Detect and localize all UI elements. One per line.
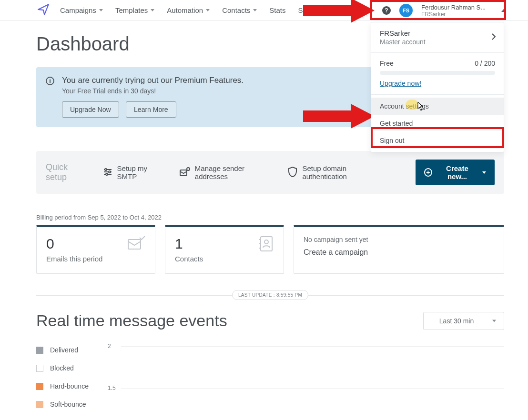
nav-automation[interactable]: Automation — [167, 6, 210, 14]
legend-blocked[interactable]: Blocked — [36, 364, 89, 372]
campaign-card: No campaign sent yet Create a campaign — [294, 225, 504, 274]
dropdown-account-row[interactable]: FRSarker Master account — [371, 22, 504, 53]
chevron-down-icon — [482, 171, 486, 174]
menu-get-started[interactable]: Get started — [371, 115, 504, 132]
plus-circle-icon: + — [424, 168, 432, 177]
brand-logo-icon[interactable] — [37, 3, 50, 18]
chevron-right-icon — [491, 33, 496, 42]
time-range-value: Last 30 min — [439, 317, 474, 325]
user-dropdown: FRSarker Master account Free 0 / 200 Upg… — [371, 22, 504, 152]
last-update-pill: LAST UPDATE : 8:59:55 PM — [232, 290, 308, 300]
menu-sign-out[interactable]: Sign out — [371, 132, 504, 149]
realtime-chart: 2 1.5 — [108, 343, 504, 420]
svg-point-6 — [106, 173, 108, 175]
swatch-icon — [36, 347, 43, 354]
contacts-card: 1 Contacts — [165, 225, 284, 274]
plan-usage-bar — [380, 71, 495, 75]
billing-period-text: Billing period from Sep 5, 2022 to Oct 4… — [36, 214, 504, 221]
learn-more-button[interactable]: Learn More — [126, 101, 176, 118]
realtime-title: Real time message events — [36, 311, 227, 330]
emails-card: 0 Emails this period — [36, 225, 155, 274]
stat-cards: 0 Emails this period 1 Contacts No campa… — [36, 225, 504, 274]
user-menu-trigger[interactable]: Ferdousur Rahman S... FRSarker — [421, 4, 493, 18]
swatch-icon — [36, 401, 43, 408]
qs-item-label: Manage sender addresses — [195, 164, 274, 180]
user-subtitle: FRSarker — [421, 11, 493, 18]
menu-item-label: Account settings — [380, 102, 429, 110]
sliders-icon — [103, 168, 112, 178]
banner-subtitle: Your Free Trial ends in 30 days! — [62, 87, 244, 95]
swatch-icon — [36, 383, 43, 390]
legend-hard-bounce[interactable]: Hard-bounce — [36, 382, 89, 390]
legend-label: Delivered — [50, 346, 78, 354]
nav-label: Templates — [115, 6, 148, 14]
svg-point-4 — [105, 169, 107, 170]
nav-label: SMS — [298, 6, 314, 14]
chevron-up-icon — [501, 9, 506, 12]
shield-icon — [288, 167, 297, 179]
plan-usage: 0 / 200 — [475, 60, 495, 67]
legend-delivered[interactable]: Delivered — [36, 346, 89, 354]
chevron-down-icon — [492, 320, 496, 322]
upgrade-now-link[interactable]: Upgrade now! — [380, 80, 421, 87]
swatch-icon — [36, 365, 43, 372]
chart-legend: Delivered Blocked Hard-bounce Soft-bounc… — [36, 343, 89, 420]
dropdown-plan-section: Free 0 / 200 Upgrade now! — [371, 53, 504, 95]
y-axis-tick: 2 — [108, 343, 111, 350]
help-icon[interactable]: ? — [382, 6, 391, 15]
mailbox-icon — [180, 167, 190, 178]
setup-domain-link[interactable]: Setup domain authentication — [288, 164, 387, 180]
nav-label: Contacts — [222, 6, 250, 14]
chevron-down-icon — [206, 9, 210, 11]
envelope-check-icon — [127, 236, 145, 253]
dropdown-account-name: FRSarker — [380, 29, 495, 37]
nav-label: Automation — [167, 6, 203, 14]
emails-label: Emails this period — [46, 255, 145, 263]
legend-label: Blocked — [50, 364, 74, 372]
contacts-label: Contacts — [175, 255, 274, 263]
menu-item-label: Sign out — [380, 137, 404, 144]
svg-point-5 — [109, 171, 111, 173]
nav-label: Stats — [269, 6, 285, 14]
nav-templates[interactable]: Templates — [115, 6, 154, 14]
create-campaign-link[interactable]: Create a campaign — [304, 248, 494, 257]
nav-stats[interactable]: Stats — [269, 6, 285, 14]
quick-setup-bar: Quick setup Setup my SMTP Manage sender … — [36, 151, 504, 194]
create-new-button[interactable]: + Create new... — [416, 160, 495, 185]
user-display-name: Ferdousur Rahman S... — [421, 4, 493, 11]
time-range-select[interactable]: Last 30 min — [423, 312, 504, 330]
quick-setup-label: Quick setup — [46, 162, 89, 182]
nav-label: Campaigns — [60, 6, 96, 14]
info-icon: i — [46, 77, 54, 85]
menu-item-label: Get started — [380, 120, 413, 127]
legend-soft-bounce[interactable]: Soft-bounce — [36, 400, 89, 408]
qs-item-label: Setup domain authentication — [302, 164, 387, 180]
chevron-down-icon — [253, 9, 257, 11]
top-nav: Campaigns Templates Automation Contacts … — [0, 0, 528, 21]
setup-smtp-link[interactable]: Setup my SMTP — [103, 164, 165, 180]
create-new-label: Create new... — [437, 164, 477, 180]
legend-label: Soft-bounce — [50, 400, 86, 408]
campaign-status-text: No campaign sent yet — [304, 236, 494, 243]
nav-contacts[interactable]: Contacts — [222, 6, 257, 14]
address-book-icon — [258, 236, 274, 254]
chevron-down-icon — [99, 9, 103, 11]
menu-account-settings[interactable]: Account settings — [371, 98, 504, 115]
chart-gridline — [121, 346, 504, 347]
avatar[interactable]: FS — [399, 4, 413, 17]
y-axis-tick: 1.5 — [108, 385, 116, 391]
dropdown-account-type: Master account — [380, 38, 495, 46]
banner-title: You are currently trying out our Premium… — [62, 76, 244, 85]
plan-label: Free — [380, 60, 394, 67]
manage-sender-link[interactable]: Manage sender addresses — [180, 164, 274, 180]
nav-sms[interactable]: SMS — [298, 6, 314, 14]
chart-gridline — [121, 388, 504, 389]
chevron-down-icon — [151, 9, 154, 11]
svg-point-11 — [264, 240, 268, 244]
qs-item-label: Setup my SMTP — [117, 164, 165, 180]
legend-label: Hard-bounce — [50, 382, 89, 390]
svg-rect-9 — [128, 240, 141, 249]
svg-point-8 — [187, 168, 190, 170]
nav-campaigns[interactable]: Campaigns — [60, 6, 103, 14]
upgrade-now-button[interactable]: Upgrade Now — [62, 101, 119, 118]
